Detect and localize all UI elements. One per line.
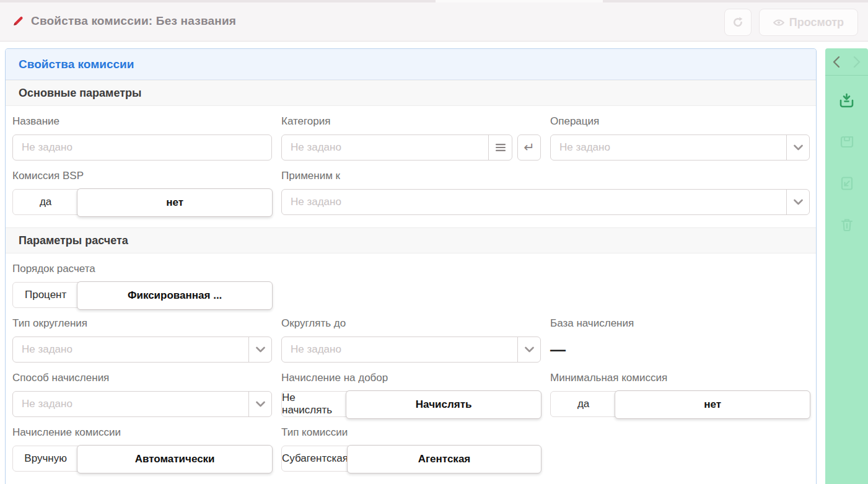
main-parameters-grid: Название Категория (6, 106, 816, 218)
export-button[interactable] (838, 174, 856, 193)
bsp-toggle: да нет (12, 189, 272, 215)
min-commission-label: Минимальная комиссия (550, 371, 810, 385)
field-extra-accrual: Начисление на добор Не начислять Начисля… (281, 371, 541, 417)
chevron-down-icon (525, 346, 534, 353)
preview-button-label: Просмотр (789, 16, 844, 29)
accrual-method-placeholder: Не задано (13, 392, 248, 416)
accrual-method-label: Способ начисления (12, 371, 272, 385)
commission-type-label: Тип комиссии (281, 425, 541, 440)
section-main-parameters: Основные параметры (6, 80, 816, 106)
chevron-right-icon (853, 56, 861, 68)
accrual-base-label: База начисления (550, 316, 810, 331)
round-to-placeholder: Не задано (282, 337, 517, 362)
import-button[interactable] (838, 91, 856, 110)
properties-panel: Свойства комиссии Основные параметры Наз… (5, 48, 817, 484)
field-min-commission: Минимальная комиссия да нет (550, 371, 810, 417)
name-input[interactable] (13, 135, 271, 160)
calc-order-option-percent[interactable]: Процент (13, 283, 78, 307)
extra-accrual-option-yes[interactable]: Начислять (346, 390, 541, 419)
rounding-type-select[interactable]: Не задано (12, 337, 272, 363)
menu-icon (496, 144, 506, 151)
calc-order-option-fixed[interactable]: Фиксированная ... (77, 281, 273, 310)
calc-order-toggle: Процент Фиксированная ... (12, 282, 272, 308)
trash-icon (839, 217, 855, 233)
min-commission-option-no[interactable]: нет (615, 390, 810, 419)
chevron-down-icon (256, 346, 265, 353)
round-to-label: Округлять до (281, 316, 541, 331)
field-commission-accrual: Начисление комиссии Вручную Автоматическ… (12, 425, 272, 472)
rounding-type-label: Тип округления (12, 316, 272, 331)
top-header-bar: Свойства комиссии: Без названия Просмотр (0, 0, 868, 42)
download-tray-icon (838, 92, 855, 109)
min-commission-option-yes[interactable]: да (551, 392, 616, 416)
expand-panel-button[interactable] (847, 48, 868, 75)
operation-select[interactable]: Не задано (550, 134, 810, 161)
bsp-label: Комиссия BSP (12, 169, 272, 183)
operation-label: Операция (550, 114, 810, 129)
applicable-placeholder: Не задано (282, 190, 786, 214)
field-accrual-base: База начисления — (550, 316, 810, 363)
bsp-option-yes[interactable]: да (13, 190, 78, 214)
chevron-down-icon (794, 199, 803, 205)
eye-icon (773, 19, 784, 27)
commission-type-option-subagent[interactable]: Субагентская (282, 446, 348, 471)
applicable-label: Применим к (281, 169, 810, 183)
operation-placeholder: Не задано (551, 135, 786, 160)
round-to-select[interactable]: Не задано (281, 337, 541, 363)
extra-accrual-option-no[interactable]: Не начислять (282, 392, 347, 416)
refresh-button[interactable] (724, 9, 752, 36)
commission-accrual-option-manual[interactable]: Вручную (13, 446, 78, 471)
calc-parameters-grid: Порядок расчета Процент Фиксированная ..… (6, 253, 816, 474)
chevron-down-icon (256, 401, 265, 407)
field-operation: Операция Не задано (550, 114, 810, 161)
accrual-base-value: — (550, 337, 810, 363)
commission-type-option-agent[interactable]: Агентская (347, 445, 541, 473)
field-category: Категория ↵ (281, 114, 541, 161)
field-bsp-commission: Комиссия BSP да нет (12, 169, 272, 215)
sidebar-actions (825, 76, 868, 234)
field-commission-type: Тип комиссии Субагентская Агентская (281, 425, 541, 472)
field-calc-order: Порядок расчета Процент Фиксированная ..… (12, 262, 272, 308)
chevron-down-icon (794, 144, 803, 151)
refresh-icon (732, 16, 744, 29)
commission-accrual-toggle: Вручную Автоматически (12, 446, 272, 472)
applicable-select[interactable]: Не задано (281, 189, 810, 215)
commission-accrual-option-auto[interactable]: Автоматически (77, 445, 273, 473)
calc-order-label: Порядок расчета (12, 262, 272, 276)
category-lookup-button[interactable] (488, 135, 512, 160)
chevron-left-icon (832, 56, 840, 68)
commission-accrual-label: Начисление комиссии (12, 425, 272, 440)
action-sidebar (825, 48, 868, 484)
pencil-icon (12, 15, 24, 27)
sidebar-nav (825, 48, 868, 76)
commission-type-toggle: Субагентская Агентская (281, 446, 541, 472)
active-tab-notch (436, 0, 603, 2)
save-button[interactable] (838, 133, 856, 151)
save-icon (839, 134, 855, 150)
section-calc-parameters: Параметры расчета (6, 227, 816, 253)
field-name: Название (12, 114, 272, 161)
file-export-icon (839, 175, 855, 191)
min-commission-toggle: да нет (550, 391, 810, 417)
rounding-type-placeholder: Не задано (13, 337, 248, 362)
field-applicable-to: Применим к Не задано (281, 169, 810, 215)
category-label: Категория (281, 114, 541, 129)
panel-title: Свойства комиссии (6, 49, 816, 80)
enter-arrow-icon: ↵ (524, 140, 535, 155)
category-input[interactable] (282, 135, 488, 160)
preview-button[interactable]: Просмотр (759, 9, 858, 36)
delete-button[interactable] (838, 216, 856, 234)
bsp-option-no[interactable]: нет (77, 188, 273, 217)
field-accrual-method: Способ начисления Не задано (12, 371, 272, 417)
field-rounding-type: Тип округления Не задано (12, 316, 272, 363)
collapse-panel-button[interactable] (825, 48, 847, 75)
category-apply-button[interactable]: ↵ (517, 134, 541, 161)
extra-accrual-toggle: Не начислять Начислять (281, 391, 541, 417)
field-round-to: Округлять до Не задано (281, 316, 541, 363)
accrual-method-select[interactable]: Не задано (12, 391, 272, 417)
extra-accrual-label: Начисление на добор (281, 371, 541, 385)
name-label: Название (12, 114, 272, 129)
page-title: Свойства комиссии: Без названия (31, 14, 236, 28)
